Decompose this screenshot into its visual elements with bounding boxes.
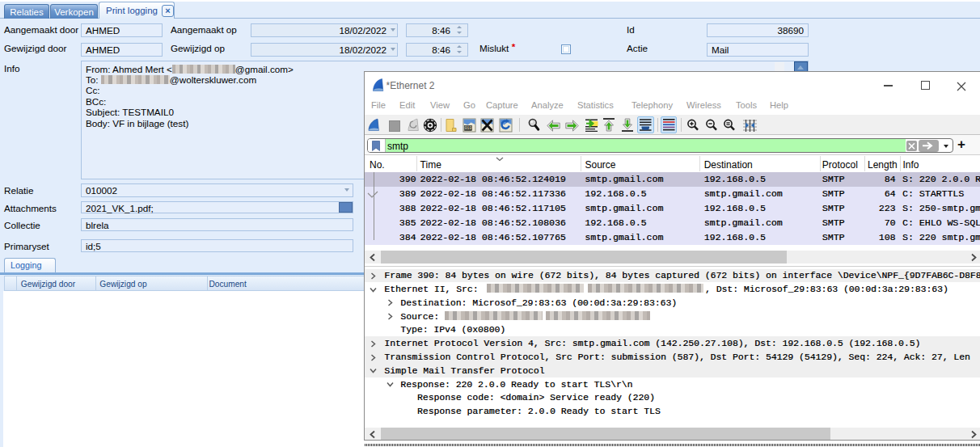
svg-text:010: 010 <box>465 126 472 130</box>
